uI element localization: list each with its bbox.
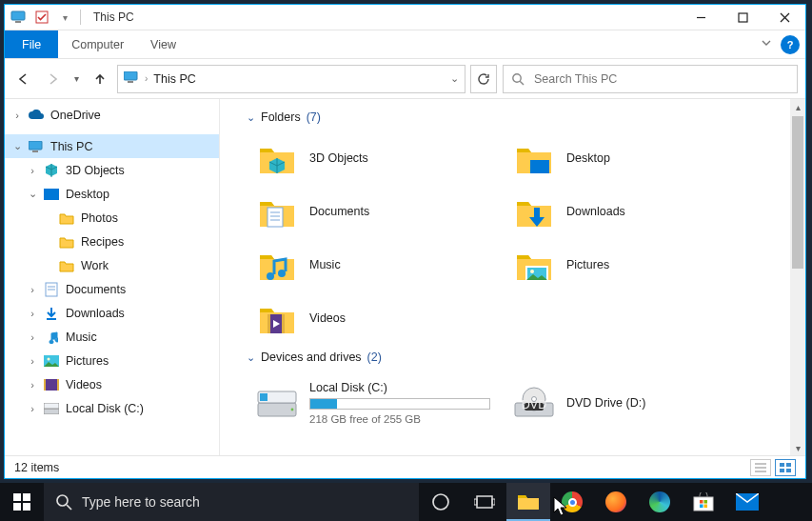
item-desktop[interactable]: Desktop <box>504 131 761 185</box>
maximize-button[interactable] <box>722 5 763 30</box>
svg-line-10 <box>520 81 524 85</box>
taskbar: Type here to search <box>0 483 812 521</box>
qat-more-icon[interactable]: ▾ <box>55 8 74 27</box>
content-pane: ⌄ Folders (7) 3D Objects <box>220 99 805 455</box>
sidebar-item-music[interactable]: › Music <box>5 325 219 349</box>
item-videos[interactable]: Videos <box>247 291 504 345</box>
taskbar-app-explorer[interactable] <box>506 483 550 521</box>
group-header-drives[interactable]: ⌄ Devices and drives (2) <box>247 351 788 364</box>
chevron-right-icon[interactable]: › <box>26 403 39 414</box>
sidebar-item-work[interactable]: Work <box>5 253 219 277</box>
properties-icon[interactable] <box>32 8 51 27</box>
search-input[interactable] <box>532 71 789 87</box>
scrollbar[interactable]: ▴ ▾ <box>790 99 805 455</box>
pictures-icon <box>43 352 60 370</box>
taskbar-task-view[interactable] <box>463 483 506 521</box>
group-count: (2) <box>367 351 382 364</box>
sidebar-item-photos[interactable]: Photos <box>5 206 219 230</box>
address-dropdown-icon[interactable]: ⌄ <box>450 72 459 85</box>
chevron-right-icon[interactable]: › <box>26 308 39 319</box>
chevron-right-icon[interactable]: › <box>26 331 39 343</box>
taskbar-app-store[interactable] <box>682 483 725 521</box>
item-local-disk[interactable]: Local Disk (C:) 218 GB free of 255 GB <box>247 371 504 434</box>
sidebar-item-recipes[interactable]: Recipes <box>5 230 219 253</box>
folder-icon <box>513 137 555 179</box>
svg-rect-54 <box>23 493 30 501</box>
close-button[interactable] <box>763 5 805 30</box>
folder-icon <box>58 233 75 250</box>
tab-view[interactable]: View <box>137 30 189 58</box>
group-header-folders[interactable]: ⌄ Folders (7) <box>247 110 788 124</box>
chevron-down-icon[interactable]: ⌄ <box>247 351 255 364</box>
search-icon <box>511 72 525 86</box>
music-icon <box>43 329 60 346</box>
chevron-right-icon[interactable]: › <box>26 165 39 176</box>
start-button[interactable] <box>0 483 44 521</box>
back-button[interactable] <box>12 66 35 92</box>
item-pictures[interactable]: Pictures <box>504 238 761 291</box>
scroll-thumb[interactable] <box>792 116 803 269</box>
taskbar-app-mail[interactable] <box>725 483 769 521</box>
chevron-right-icon[interactable]: › <box>26 355 39 367</box>
quick-access-toolbar: ▾ <box>5 5 88 30</box>
search-box[interactable] <box>503 65 798 93</box>
cube-icon <box>43 162 60 179</box>
scroll-up-icon[interactable]: ▴ <box>790 99 805 114</box>
item-label: Videos <box>309 311 346 325</box>
group-count: (7) <box>307 110 321 124</box>
sidebar-item-label: 3D Objects <box>66 164 125 177</box>
chevron-down-icon[interactable]: ⌄ <box>26 188 39 200</box>
sidebar-item-documents[interactable]: › Documents <box>5 277 219 301</box>
taskbar-search[interactable]: Type here to search <box>44 483 419 521</box>
taskbar-app-edge[interactable] <box>638 483 682 521</box>
scroll-down-icon[interactable]: ▾ <box>790 440 805 455</box>
taskbar-cortana[interactable] <box>419 483 463 521</box>
svg-rect-39 <box>260 393 267 401</box>
sidebar-item-onedrive[interactable]: › OneDrive <box>5 103 219 127</box>
svg-rect-67 <box>704 505 708 509</box>
explorer-body: › OneDrive ⌄ This PC › 3D Objects ⌄ Desk… <box>5 99 805 455</box>
svg-rect-60 <box>477 496 492 508</box>
item-music[interactable]: Music <box>247 238 504 291</box>
view-large-icons-button[interactable] <box>775 459 796 476</box>
item-dvd-drive[interactable]: DVD DVD Drive (D:) <box>504 371 761 434</box>
sidebar-item-desktop[interactable]: ⌄ Desktop <box>5 182 219 206</box>
item-3d-objects[interactable]: 3D Objects <box>247 131 504 185</box>
help-button[interactable]: ? <box>781 35 800 54</box>
chevron-right-icon[interactable]: › <box>26 379 39 391</box>
minimize-button[interactable] <box>680 5 722 30</box>
ribbon-collapse-icon[interactable] <box>760 36 773 52</box>
window-controls <box>680 5 805 30</box>
usage-bar <box>309 398 490 410</box>
svg-rect-37 <box>258 403 296 416</box>
forward-button[interactable] <box>41 66 64 92</box>
sidebar-item-this-pc[interactable]: ⌄ This PC <box>5 134 219 158</box>
tab-file[interactable]: File <box>5 30 58 58</box>
cloud-icon <box>28 107 45 124</box>
item-documents[interactable]: Documents <box>247 185 504 238</box>
chevron-down-icon[interactable]: ⌄ <box>247 111 255 124</box>
svg-rect-22 <box>57 379 59 391</box>
view-details-button[interactable] <box>750 459 771 476</box>
recent-locations-button[interactable]: ▾ <box>69 66 83 92</box>
sidebar-item-pictures[interactable]: › Pictures <box>5 349 219 372</box>
sidebar-item-3d-objects[interactable]: › 3D Objects <box>5 158 219 182</box>
svg-point-33 <box>530 270 534 273</box>
svg-rect-50 <box>786 463 791 467</box>
item-downloads[interactable]: Downloads <box>504 185 761 238</box>
taskbar-app-chrome[interactable] <box>550 483 594 521</box>
chevron-right-icon[interactable]: › <box>26 284 39 295</box>
breadcrumb[interactable]: This PC <box>153 72 445 86</box>
up-button[interactable] <box>89 66 111 92</box>
folder-icon <box>256 244 298 286</box>
chevron-down-icon[interactable]: ⌄ <box>10 140 24 152</box>
sidebar-item-videos[interactable]: › Videos <box>5 372 219 396</box>
chevron-right-icon[interactable]: › <box>10 110 24 121</box>
address-bar[interactable]: › This PC ⌄ <box>117 65 465 93</box>
sidebar-item-local-disk[interactable]: › Local Disk (C:) <box>5 396 219 420</box>
tab-computer[interactable]: Computer <box>58 30 137 58</box>
refresh-button[interactable] <box>470 65 497 93</box>
sidebar-item-label: Recipes <box>81 235 124 249</box>
taskbar-app-firefox[interactable] <box>594 483 638 521</box>
sidebar-item-downloads[interactable]: › Downloads <box>5 301 219 325</box>
